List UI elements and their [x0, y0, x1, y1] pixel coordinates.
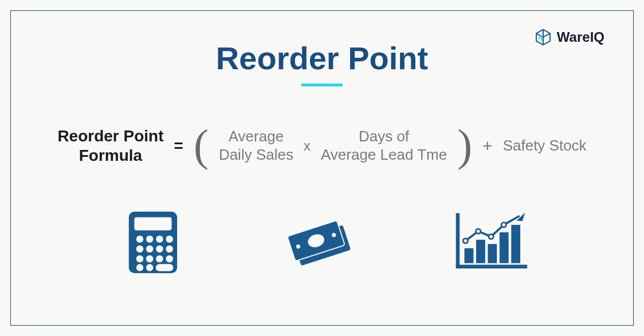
- formula-label-line1: Reorder Point: [57, 127, 163, 146]
- svg-point-6: [136, 245, 143, 252]
- svg-point-12: [156, 255, 163, 262]
- term2-line1: Days of: [321, 128, 447, 145]
- svg-point-30: [476, 229, 481, 234]
- term1-line2: Daily Sales: [219, 146, 293, 164]
- svg-point-9: [166, 245, 172, 252]
- growth-chart-icon: [454, 208, 528, 276]
- term-safety-stock: Safety Stock: [503, 137, 587, 155]
- brand-name: WareIQ: [557, 29, 604, 45]
- svg-point-4: [156, 235, 163, 242]
- formula-row: Reorder Point Formula = ( Average Daily …: [34, 127, 610, 165]
- term1-line1: Average: [219, 128, 293, 145]
- svg-rect-16: [155, 264, 173, 271]
- brand-logo: WareIQ: [534, 28, 604, 46]
- page-title: Reorder Point: [34, 39, 610, 77]
- svg-rect-25: [476, 240, 485, 263]
- svg-rect-1: [134, 217, 171, 230]
- svg-point-2: [136, 235, 143, 242]
- svg-rect-22: [456, 213, 460, 268]
- icons-row: [34, 208, 610, 276]
- right-paren: ): [457, 130, 472, 161]
- term2-line2: Average Lead Tme: [321, 146, 447, 164]
- svg-point-32: [501, 222, 506, 227]
- equals-sign: =: [174, 137, 183, 155]
- svg-point-11: [146, 255, 153, 262]
- svg-point-7: [146, 245, 153, 252]
- left-paren: (: [194, 130, 209, 161]
- diagram-frame: WareIQ Reorder Point Reorder Point Formu…: [10, 10, 634, 326]
- svg-point-3: [146, 235, 153, 242]
- svg-point-14: [136, 264, 143, 271]
- svg-point-15: [146, 264, 153, 271]
- svg-point-31: [489, 234, 493, 239]
- svg-rect-26: [488, 244, 497, 263]
- svg-point-8: [156, 245, 163, 252]
- svg-rect-23: [456, 264, 527, 268]
- svg-point-10: [136, 255, 143, 262]
- multiply-sign: x: [304, 138, 311, 154]
- svg-rect-28: [512, 225, 521, 263]
- money-icon: [285, 208, 359, 276]
- calculator-icon: [116, 208, 190, 276]
- svg-point-29: [464, 238, 468, 243]
- title-underline: [301, 84, 343, 86]
- formula-label: Reorder Point Formula: [57, 127, 163, 165]
- svg-rect-24: [465, 248, 474, 263]
- svg-point-13: [166, 255, 172, 262]
- term-lead-time: Days of Average Lead Tme: [321, 128, 447, 163]
- term-avg-daily-sales: Average Daily Sales: [219, 128, 293, 163]
- svg-point-5: [166, 235, 172, 242]
- plus-sign: +: [482, 136, 493, 156]
- wareiq-cube-icon: [534, 28, 552, 46]
- svg-rect-27: [500, 232, 509, 263]
- formula-label-line2: Formula: [57, 146, 163, 165]
